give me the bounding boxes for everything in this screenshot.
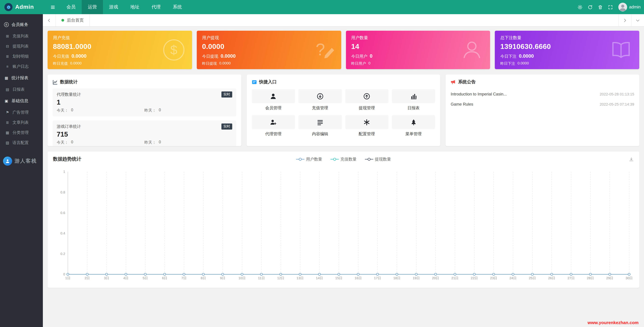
users-icon [460, 38, 484, 62]
top-menu-item[interactable]: 地址 [124, 0, 146, 14]
download-icon[interactable] [629, 157, 634, 162]
data-stats-body: 代理数量统计实时1今天：0昨天：0游戏订单统计实时715今天：0昨天：0 [48, 88, 241, 146]
svg-text:25日: 25日 [529, 276, 536, 280]
sidebar-item[interactable]: ≡账户日志 [0, 61, 43, 71]
sidebar-item[interactable]: ≣文章列表 [0, 117, 43, 127]
quick-entry-item[interactable]: 日报表 [392, 89, 435, 111]
stat-card: 用户数量14今日用户0昨日用户0 [346, 31, 490, 69]
tab-home[interactable]: 后台首页 [56, 14, 90, 26]
sidebar-item[interactable]: ⊟提现列表 [0, 41, 43, 51]
member-icon[interactable] [252, 89, 295, 103]
svg-text:10日: 10日 [238, 276, 246, 280]
sidebar-section[interactable]: ▣基础信息 [0, 94, 43, 107]
fullscreen-icon[interactable] [606, 2, 616, 12]
trash-icon[interactable] [596, 2, 606, 12]
announcement-row[interactable]: Introduction to Imperial Casin...2022-05… [451, 89, 634, 99]
theme-icon[interactable] [575, 2, 585, 12]
svg-text:3日: 3日 [104, 276, 109, 280]
trend-chart-panel: 数据趋势统计 用户数量充值数量提现数量 00.20.40.60.811日2日3日… [48, 151, 639, 288]
legend-label: 用户数量 [306, 156, 322, 162]
sidebar-item[interactable]: ▦分类管理 [0, 127, 43, 138]
dollar-icon: $ [162, 38, 186, 62]
sidebar-item[interactable]: ▤日报表 [0, 84, 43, 94]
account-log-icon: ≡ [5, 65, 10, 68]
svg-text:27日: 27日 [568, 276, 575, 280]
content-area: 用户充值88081.0000今日充值0.0000昨日充值0.0000$用户提现0… [43, 27, 644, 327]
main-area: 后台首页 用户充值88081.0000今日充值0.0000昨日充值0.0000$… [43, 14, 644, 327]
announcement-title[interactable]: Game Rules [451, 102, 473, 107]
navbar-icon-group [575, 2, 616, 12]
app-logo[interactable]: Admin [0, 0, 43, 14]
top-menu-item[interactable]: 代理 [146, 0, 167, 14]
quick-entry-item[interactable]: 提现管理 [345, 89, 388, 111]
sidebar-item[interactable]: ≣划转明细 [0, 51, 43, 61]
quick-entry-item[interactable]: 会员管理 [252, 89, 295, 111]
legend-item[interactable]: 充值数量 [330, 156, 356, 162]
announcement-title[interactable]: Introduction to Imperial Casin... [451, 92, 507, 96]
data-stat-yesterday-value: 0 [159, 140, 161, 145]
sidebar-item[interactable]: ▧语言配置 [0, 138, 43, 148]
withdraw-list-icon: ⊟ [5, 44, 10, 48]
chart-title: 数据趋势统计 [53, 156, 81, 162]
top-menu-item[interactable]: 系统 [167, 0, 188, 14]
top-menu-item[interactable]: 运营 [82, 0, 103, 14]
data-stat-today-value: 0 [71, 108, 73, 113]
withdraw-manage-icon[interactable] [345, 89, 388, 103]
top-menu-item[interactable]: 游戏 [103, 0, 124, 14]
report-icon: ▦ [4, 76, 9, 80]
tabs-scroll-left-button[interactable] [43, 14, 56, 26]
stat-card-yesterday-value: 0.0000 [219, 61, 231, 66]
content-icon[interactable] [298, 115, 342, 129]
stat-card-today-label: 今日用户 [351, 54, 368, 59]
sidebar-section[interactable]: ▦统计报表 [0, 71, 43, 84]
tabs-bar-right [618, 14, 644, 26]
tabs-scroll-right-button[interactable] [618, 14, 631, 26]
sidebar-section[interactable]: B会员账务 [0, 18, 43, 31]
legend-marker-icon [296, 158, 304, 161]
svg-text:28日: 28日 [587, 276, 594, 280]
brand-name: 游人客栈 [14, 158, 37, 164]
transfer-detail-icon: ≣ [5, 54, 10, 58]
quick-entry-item[interactable]: 代理管理 [252, 115, 295, 137]
app-title: Admin [15, 4, 34, 10]
data-stat-today-label: 今天： [57, 140, 68, 145]
sidebar-item[interactable]: ⚑广告管理 [0, 107, 43, 117]
refresh-icon[interactable] [585, 2, 596, 12]
svg-text:13日: 13日 [296, 276, 304, 280]
announcement-row[interactable]: Game Rules2022-05-25 07:14:39 [451, 99, 634, 109]
legend-item[interactable]: 用户数量 [296, 156, 322, 162]
svg-text:8日: 8日 [201, 276, 206, 280]
top-menu-item[interactable]: 会员 [60, 0, 82, 14]
agent-icon[interactable] [252, 115, 295, 129]
svg-text:21日: 21日 [451, 276, 458, 280]
config-icon[interactable] [345, 115, 388, 129]
legend-item[interactable]: 提现数量 [365, 156, 391, 162]
menu-tree-icon[interactable] [392, 115, 435, 129]
panel-title: 数据统计 [60, 79, 78, 85]
svg-text:$: $ [170, 43, 177, 57]
quick-entry-item[interactable]: 配置管理 [345, 115, 388, 137]
book-icon [609, 38, 633, 62]
quick-entry-item[interactable]: 内容编辑 [298, 115, 342, 137]
stat-card-today-label: 今日提现 [202, 54, 218, 59]
sidebar-toggle-button[interactable] [45, 0, 60, 14]
stat-card-today-value: 0.0000 [72, 53, 86, 59]
tabs-menu-button[interactable] [631, 14, 644, 26]
quick-entry-item[interactable]: 菜单管理 [392, 115, 435, 137]
report-chart-icon[interactable] [392, 89, 435, 103]
admin-dashboard: Admin 会员运营游戏地址代理系统 admin B会员账务⊞充值列表⊟提现列表… [0, 0, 644, 327]
gear-icon [4, 3, 12, 11]
recharge-icon[interactable] [298, 89, 342, 103]
svg-text:20日: 20日 [432, 276, 439, 280]
user-avatar[interactable] [618, 3, 627, 11]
quick-entry-item[interactable]: 充值管理 [298, 89, 342, 111]
stat-card: 总下注数量13910630.6660今日下注0.0000昨日下注0.0000 [495, 31, 639, 69]
sidebar-item[interactable]: ⊞充值列表 [0, 31, 43, 41]
username[interactable]: admin [629, 5, 641, 9]
quick-entry-label: 内容编辑 [298, 131, 342, 137]
svg-text:0.8: 0.8 [60, 190, 65, 194]
data-stat-yesterday-value: 0 [159, 108, 161, 113]
apps-icon [252, 79, 257, 84]
sidebar-item-label: 提现列表 [12, 43, 29, 49]
top-navbar: Admin 会员运营游戏地址代理系统 admin [0, 0, 644, 14]
